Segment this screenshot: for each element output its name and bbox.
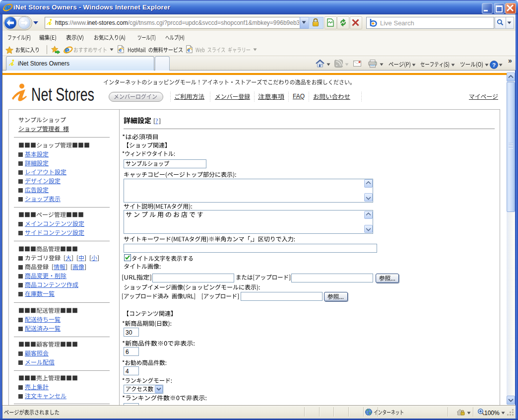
svg-text:?: ? xyxy=(492,62,496,68)
